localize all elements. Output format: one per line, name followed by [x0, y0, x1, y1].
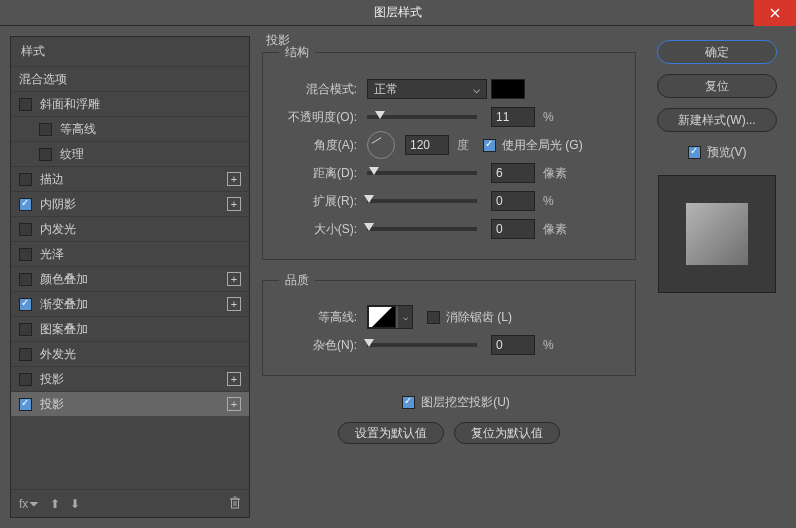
antialias-checkbox[interactable]: 消除锯齿 (L): [427, 309, 512, 326]
style-label: 纹理: [60, 146, 84, 163]
sidebar-item[interactable]: 图案叠加: [11, 316, 249, 341]
style-label: 描边: [40, 171, 64, 188]
style-label: 斜面和浮雕: [40, 96, 100, 113]
sidebar-item[interactable]: 投影+: [11, 366, 249, 391]
style-checkbox[interactable]: [19, 348, 32, 361]
style-label: 光泽: [40, 246, 64, 263]
size-label: 大小(S):: [279, 221, 357, 238]
angle-input[interactable]: [405, 135, 449, 155]
size-slider[interactable]: [367, 227, 477, 231]
add-effect-icon[interactable]: +: [227, 397, 241, 411]
style-checkbox[interactable]: [19, 248, 32, 261]
style-label: 渐变叠加: [40, 296, 88, 313]
style-checkbox[interactable]: [19, 323, 32, 336]
spread-slider[interactable]: [367, 199, 477, 203]
svg-rect-2: [232, 499, 239, 508]
add-effect-icon[interactable]: +: [227, 297, 241, 311]
style-label: 内阴影: [40, 196, 76, 213]
angle-unit: 度: [457, 137, 469, 154]
distance-unit: 像素: [543, 165, 567, 182]
sidebar-item-blend-options[interactable]: 混合选项: [11, 66, 249, 91]
knockout-checkbox[interactable]: 图层挖空投影(U): [402, 394, 510, 411]
opacity-unit: %: [543, 110, 554, 124]
angle-label: 角度(A):: [279, 137, 357, 154]
trash-icon[interactable]: [229, 496, 241, 512]
style-checkbox[interactable]: [19, 98, 32, 111]
style-checkbox[interactable]: [19, 373, 32, 386]
style-checkbox[interactable]: [19, 173, 32, 186]
size-input[interactable]: [491, 219, 535, 239]
style-label: 图案叠加: [40, 321, 88, 338]
distance-slider[interactable]: [367, 171, 477, 175]
style-checkbox[interactable]: [39, 123, 52, 136]
blend-mode-label: 混合模式:: [279, 81, 357, 98]
fx-menu-icon[interactable]: fx⏷: [19, 497, 40, 511]
sidebar-item[interactable]: 投影+: [11, 391, 249, 416]
quality-legend: 品质: [279, 272, 315, 289]
distance-input[interactable]: [491, 163, 535, 183]
sidebar-item[interactable]: 光泽: [11, 241, 249, 266]
style-label: 等高线: [60, 121, 96, 138]
noise-input[interactable]: [491, 335, 535, 355]
blend-mode-value: 正常: [374, 81, 398, 98]
add-effect-icon[interactable]: +: [227, 172, 241, 186]
style-label: 内发光: [40, 221, 76, 238]
noise-label: 杂色(N):: [279, 337, 357, 354]
style-checkbox[interactable]: [39, 148, 52, 161]
style-label: 外发光: [40, 346, 76, 363]
style-label: 颜色叠加: [40, 271, 88, 288]
contour-picker[interactable]: [368, 306, 396, 328]
add-effect-icon[interactable]: +: [227, 272, 241, 286]
style-label: 投影: [40, 371, 64, 388]
close-button[interactable]: [754, 0, 796, 26]
sidebar-item[interactable]: 等高线: [11, 116, 249, 141]
style-checkbox[interactable]: [19, 273, 32, 286]
spread-label: 扩展(R):: [279, 193, 357, 210]
spread-unit: %: [543, 194, 554, 208]
sidebar-item[interactable]: 纹理: [11, 141, 249, 166]
style-checkbox[interactable]: [19, 298, 32, 311]
sidebar-item[interactable]: 描边+: [11, 166, 249, 191]
blend-mode-dropdown[interactable]: 正常 ⌵: [367, 79, 487, 99]
contour-label: 等高线:: [279, 309, 357, 326]
add-effect-icon[interactable]: +: [227, 372, 241, 386]
sidebar-item[interactable]: 斜面和浮雕: [11, 91, 249, 116]
reset-default-button[interactable]: 复位为默认值: [454, 422, 560, 444]
contour-dropdown[interactable]: ⌵: [398, 306, 412, 328]
window-title: 图层样式: [374, 4, 422, 21]
move-down-icon[interactable]: ⬇: [70, 497, 80, 511]
global-light-checkbox[interactable]: 使用全局光 (G): [483, 137, 583, 154]
sidebar-item[interactable]: 颜色叠加+: [11, 266, 249, 291]
spread-input[interactable]: [491, 191, 535, 211]
panel-title: 投影: [266, 32, 290, 49]
structure-group: 结构 混合模式: 正常 ⌵ 不透明度(O): % 角度(A): 度: [262, 44, 636, 260]
sidebar-item[interactable]: 渐变叠加+: [11, 291, 249, 316]
styles-sidebar: 样式 混合选项斜面和浮雕等高线纹理描边+内阴影+内发光光泽颜色叠加+渐变叠加+图…: [10, 36, 250, 518]
cancel-button[interactable]: 复位: [657, 74, 777, 98]
opacity-label: 不透明度(O):: [279, 109, 357, 126]
quality-group: 品质 等高线: ⌵ 消除锯齿 (L) 杂色(N): %: [262, 272, 636, 376]
close-icon: [770, 8, 780, 18]
chevron-down-icon: ⌵: [473, 82, 480, 96]
preview-checkbox[interactable]: 预览(V): [688, 144, 747, 161]
noise-slider[interactable]: [367, 343, 477, 347]
opacity-input[interactable]: [491, 107, 535, 127]
style-checkbox[interactable]: [19, 398, 32, 411]
add-effect-icon[interactable]: +: [227, 197, 241, 211]
style-checkbox[interactable]: [19, 198, 32, 211]
sidebar-item[interactable]: 内阴影+: [11, 191, 249, 216]
make-default-button[interactable]: 设置为默认值: [338, 422, 444, 444]
shadow-color-swatch[interactable]: [491, 79, 525, 99]
sidebar-item[interactable]: 外发光: [11, 341, 249, 366]
preview-box: [658, 175, 776, 293]
angle-dial[interactable]: [367, 131, 395, 159]
style-checkbox[interactable]: [19, 223, 32, 236]
noise-unit: %: [543, 338, 554, 352]
move-up-icon[interactable]: ⬆: [50, 497, 60, 511]
new-style-button[interactable]: 新建样式(W)...: [657, 108, 777, 132]
preview-swatch: [686, 203, 748, 265]
ok-button[interactable]: 确定: [657, 40, 777, 64]
style-label: 投影: [40, 396, 64, 413]
opacity-slider[interactable]: [367, 115, 477, 119]
sidebar-item[interactable]: 内发光: [11, 216, 249, 241]
